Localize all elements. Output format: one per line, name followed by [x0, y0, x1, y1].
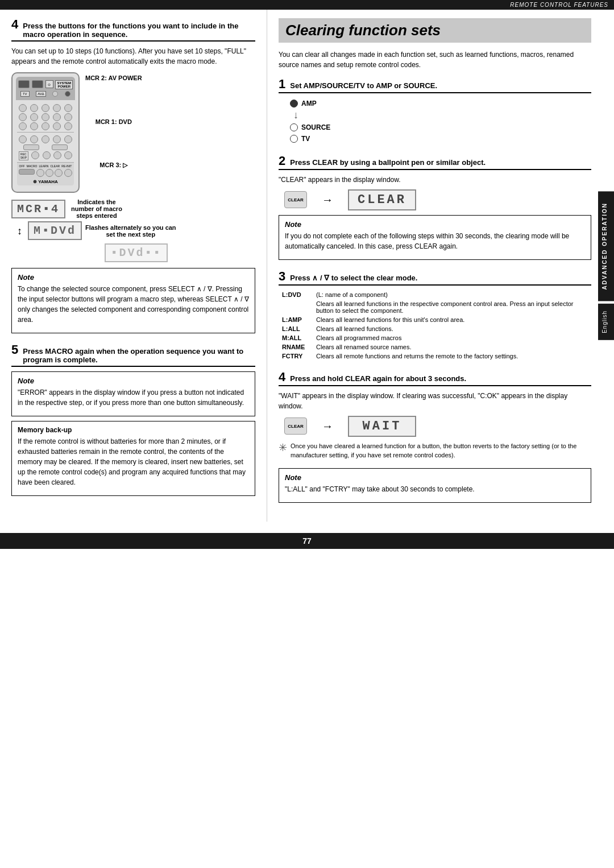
step4-section: 4 Press the buttons for the functions yo…: [11, 18, 255, 333]
right-step3-header: 3 Press ∧ / ∇ to select the clear mode.: [279, 270, 591, 286]
advanced-operation-label: ADVANCED OPERATION: [601, 202, 608, 290]
sun-note: ✳ Once you have cleared a learned functi…: [279, 441, 591, 464]
amp-indicator: [290, 100, 298, 108]
arrow-icon: →: [322, 193, 333, 206]
memory-backup-box: Memory back-up If the remote control is …: [11, 421, 255, 496]
source-indicator: [290, 123, 298, 131]
mcr-display-1: MCR▪4: [11, 200, 65, 218]
indicates-label-3: steps entered: [71, 212, 122, 219]
step4-number: 4: [11, 18, 18, 31]
wait-arrow-icon: →: [322, 420, 333, 433]
mcr-display-2: M▪DVd: [28, 221, 82, 240]
side-tabs-container: ADVANCED OPERATION English: [598, 10, 614, 522]
step5-header: 5 Press MACRO again when the operation s…: [11, 344, 255, 367]
right-step1-section: 1 Set AMP/SOURCE/TV to AMP or SOURCE. AM…: [279, 78, 591, 144]
indicates-label-2: number of macro: [71, 205, 122, 212]
sun-icon: ✳: [279, 441, 287, 454]
page-number: 77: [302, 536, 312, 545]
clear-mode-key: L:ALL: [279, 324, 313, 333]
sun-note-body: Once you have cleared a learned function…: [291, 441, 591, 460]
amp-label: AMP: [301, 100, 317, 108]
right-step2-note: Note If you do not complete each of the …: [279, 215, 591, 260]
right-step4-number: 4: [279, 371, 285, 383]
intro-paragraph: You can clear all changes made in each f…: [279, 49, 591, 70]
step4-note: Note To change the selected source compo…: [11, 268, 255, 333]
step4-body: You can set up to 10 steps (10 functions…: [11, 46, 255, 67]
right-step2-heading: Press CLEAR by using a ballpoint pen or …: [290, 158, 486, 167]
right-step4-section: 4 Press and hold CLEAR again for about 3…: [279, 371, 591, 503]
left-column: 4 Press the buttons for the functions yo…: [0, 10, 267, 522]
header-title: REMOTE CONTROL FEATURES: [510, 2, 608, 8]
tv-indicator: [290, 135, 298, 143]
step5-number: 5: [11, 344, 18, 356]
clear-segment-display: CLEAR: [348, 189, 416, 210]
right-step3-heading: Press ∧ / ∇ to select the clear mode.: [290, 274, 417, 282]
clear-mode-desc: Clears all learned functions for this un…: [313, 315, 591, 324]
clear-display-row: CLEAR → CLEAR: [284, 189, 591, 210]
right-step1-header: 1 Set AMP/SOURCE/TV to AMP or SOURCE.: [279, 78, 591, 93]
step5-note: Note "ERROR" appears in the display wind…: [11, 371, 255, 416]
right-step2-number: 2: [279, 155, 285, 167]
mcr2-label: MCR 2: AV POWER: [85, 75, 142, 81]
memory-backup-title: Memory back-up: [18, 426, 249, 434]
mcr3-label: MCR 3: ▷: [85, 162, 142, 169]
clear-mode-key: [279, 299, 313, 315]
right-step4-note: Note "L:ALL" and "FCTRY" may take about …: [279, 468, 591, 503]
right-step3-number: 3: [279, 270, 285, 283]
right-step4-heading: Press and hold CLEAR again for about 3 s…: [290, 374, 466, 383]
clear-mode-desc: Clears all learned functions in the resp…: [313, 299, 591, 315]
step5-heading: Press MACRO again when the operation seq…: [23, 347, 255, 364]
clear-mode-desc: Clears all programmed macros: [313, 333, 591, 342]
clear-button-image: CLEAR: [284, 191, 307, 208]
right-step1-number: 1: [279, 78, 285, 90]
english-tab: English: [598, 304, 614, 340]
page-header: REMOTE CONTROL FEATURES: [0, 0, 614, 10]
right-step4-note-title: Note: [285, 473, 585, 482]
mcr1-label: MCR 1: DVD: [85, 118, 142, 125]
wait-display-row: CLEAR → WAIT: [284, 416, 591, 437]
section-title: Clearing function sets: [279, 18, 591, 43]
right-step4-note-body: "L:ALL" and "FCTRY" may take about 30 se…: [285, 484, 585, 494]
mcr-display-3: ▪DVd▪▪: [105, 243, 167, 262]
clear-mode-key: RNAME: [279, 342, 313, 352]
page-number-bar: 77: [0, 533, 614, 549]
clear-mode-key: L:DVD: [279, 290, 313, 299]
clear-mode-desc: (L: name of a component): [313, 290, 591, 299]
right-step4-header: 4 Press and hold CLEAR again for about 3…: [279, 371, 591, 386]
right-step2-note-title: Note: [285, 220, 585, 229]
remote-diagram: ⊙ SYSTEMPOWER TV AV∆: [11, 72, 255, 262]
clear-mode-desc: Clears all renamed source names.: [313, 342, 591, 352]
right-step2-body: "CLEAR" appears in the display window.: [279, 175, 591, 185]
step4-header: 4 Press the buttons for the functions yo…: [11, 18, 255, 42]
memory-backup-body: If the remote control is without batteri…: [18, 436, 249, 487]
right-column: Clearing function sets You can clear all…: [267, 10, 614, 522]
clear-mode-key: L:AMP: [279, 315, 313, 324]
advanced-operation-tab: ADVANCED OPERATION: [598, 191, 614, 301]
step5-section: 5 Press MACRO again when the operation s…: [11, 344, 255, 496]
indicates-label-1: Indicates the: [71, 199, 122, 205]
right-step4-body: "WAIT" appears in the display window. If…: [279, 391, 591, 411]
wait-clear-button: CLEAR: [284, 418, 307, 435]
right-step2-section: 2 Press CLEAR by using a ballpoint pen o…: [279, 155, 591, 260]
flashes-label-1: Flashes alternately so you can: [85, 224, 176, 231]
right-step2-header: 2 Press CLEAR by using a ballpoint pen o…: [279, 155, 591, 170]
step4-heading: Press the buttons for the functions you …: [23, 22, 255, 39]
amp-source-diagram: AMP ↓ SOURCE TV: [290, 98, 580, 144]
right-step3-section: 3 Press ∧ / ∇ to select the clear mode. …: [279, 270, 591, 361]
tv-label: TV: [301, 135, 310, 143]
source-label: SOURCE: [301, 123, 330, 131]
right-step2-note-body: If you do not complete each of the follo…: [285, 231, 585, 251]
flashes-label-2: set the next step: [85, 231, 176, 238]
step5-note-body: "ERROR" appears in the display window if…: [18, 387, 249, 408]
clear-mode-desc: Clears all learned functions.: [313, 324, 591, 333]
step4-note-body: To change the selected source component,…: [18, 284, 249, 325]
step5-note-title: Note: [18, 377, 249, 385]
clear-modes-table: L:DVD(L: name of a component)Clears all …: [279, 290, 591, 361]
step4-note-title: Note: [18, 273, 249, 282]
clear-mode-key: FCTRY: [279, 352, 313, 361]
clear-mode-desc: Clears all remote functions and returns …: [313, 352, 591, 361]
wait-segment-display: WAIT: [348, 416, 416, 437]
right-step1-heading: Set AMP/SOURCE/TV to AMP or SOURCE.: [290, 81, 437, 90]
remote-image: ⊙ SYSTEMPOWER TV AV∆: [11, 72, 80, 193]
clear-mode-key: M:ALL: [279, 333, 313, 342]
